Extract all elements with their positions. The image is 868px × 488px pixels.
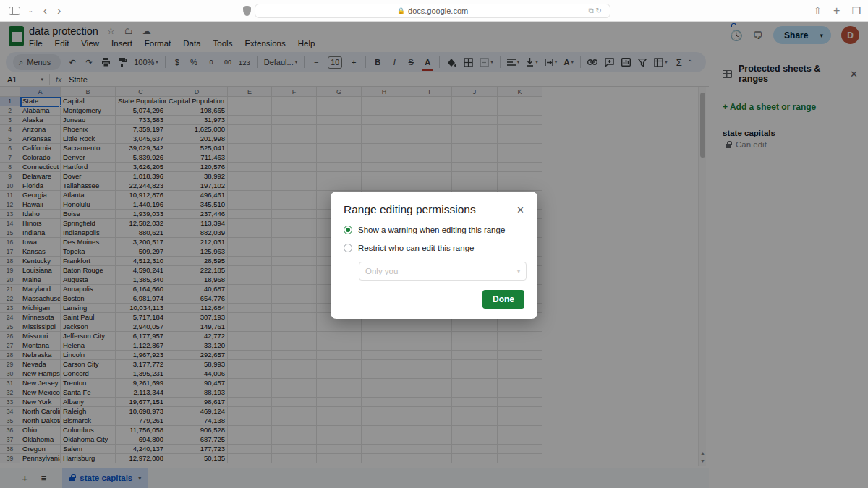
- share-page-icon[interactable]: ⇧: [813, 5, 822, 17]
- warning-option[interactable]: Show a warning when editing this range: [344, 226, 524, 234]
- restrict-option-label: Restrict who can edit this range: [358, 244, 474, 252]
- address-bar[interactable]: 🔒 docs.google.com ⧉↻: [255, 4, 610, 18]
- screen: ⌄ ‹ › 🔒 docs.google.com ⧉↻ ⇧ + ❒ data pr…: [0, 0, 868, 488]
- sidebar-caret-icon[interactable]: ⌄: [23, 7, 38, 14]
- dialog-title: Range editing permissions: [344, 203, 516, 216]
- browser-chrome: ⌄ ‹ › 🔒 docs.google.com ⧉↻ ⇧ + ❒: [0, 0, 868, 22]
- permission-select: Only you ▾: [359, 262, 527, 281]
- restrict-radio[interactable]: [344, 244, 352, 252]
- ssl-lock-icon: 🔒: [397, 7, 405, 14]
- privacy-shield-icon[interactable]: [243, 6, 251, 16]
- back-button[interactable]: ‹: [38, 4, 52, 17]
- tab-overview-icon[interactable]: ❒: [851, 5, 861, 17]
- translate-icon[interactable]: ⧉: [588, 7, 595, 14]
- permission-select-value: Only you: [365, 267, 398, 275]
- new-tab-button[interactable]: +: [833, 4, 840, 17]
- done-button[interactable]: Done: [482, 290, 524, 309]
- restrict-option[interactable]: Restrict who can edit this range: [344, 244, 524, 252]
- dialog-close-icon[interactable]: ✕: [516, 205, 524, 215]
- forward-button[interactable]: ›: [52, 4, 66, 17]
- permission-select-caret: ▾: [517, 268, 520, 275]
- url-text: docs.google.com: [408, 7, 468, 15]
- warning-option-label: Show a warning when editing this range: [358, 226, 505, 234]
- sidebar-toggle-icon[interactable]: [9, 7, 20, 15]
- warning-radio-selected[interactable]: [344, 226, 352, 234]
- range-permissions-dialog: Range editing permissions ✕ Show a warni…: [331, 192, 537, 319]
- reload-icon[interactable]: ⧉↻: [588, 7, 604, 15]
